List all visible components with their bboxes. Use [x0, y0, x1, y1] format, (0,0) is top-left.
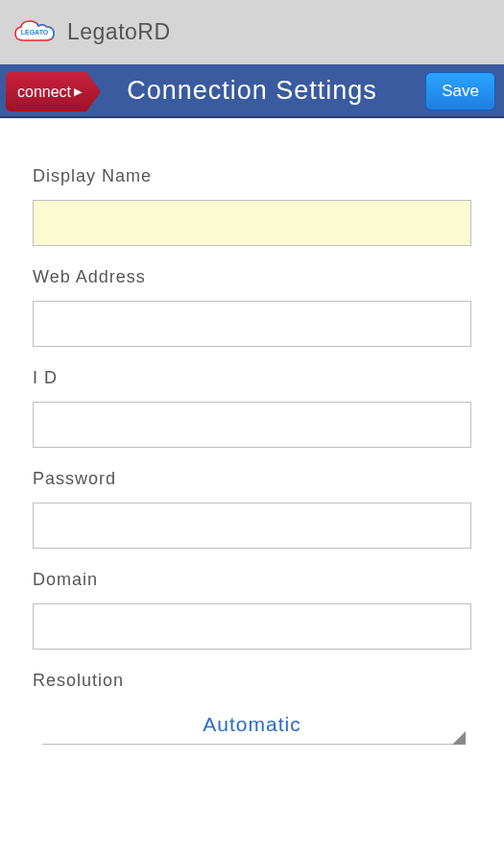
svg-text:LEGATO: LEGATO: [21, 29, 49, 36]
field-domain: Domain: [33, 570, 471, 650]
field-password: Password: [33, 469, 471, 549]
field-web-address: Web Address: [33, 267, 471, 347]
password-input[interactable]: [33, 503, 471, 549]
legato-cloud-icon: LEGATO: [12, 17, 60, 48]
web-address-label: Web Address: [33, 267, 471, 287]
settings-form: Display Name Web Address I D Password Do…: [0, 118, 504, 745]
field-resolution: Resolution Automatic: [33, 671, 471, 745]
resolution-value: Automatic: [203, 713, 300, 736]
field-id: I D: [33, 368, 471, 448]
chevron-right-icon: ▶: [74, 86, 82, 98]
status-bar: LEGATO LegatoRD: [0, 0, 504, 64]
save-button[interactable]: Save: [425, 72, 495, 110]
app-title: LegatoRD: [67, 19, 171, 45]
display-name-label: Display Name: [33, 166, 471, 186]
display-name-input[interactable]: [33, 200, 471, 246]
header-bar: connect ▶ Connection Settings Save: [0, 64, 504, 118]
domain-input[interactable]: [33, 603, 471, 650]
web-address-input[interactable]: [33, 301, 471, 347]
dropdown-caret-icon: [452, 731, 466, 745]
id-label: I D: [33, 368, 471, 388]
app-logo: LEGATO LegatoRD: [12, 17, 171, 48]
domain-label: Domain: [33, 570, 471, 590]
field-display-name: Display Name: [33, 166, 471, 246]
resolution-picker[interactable]: Automatic: [42, 704, 462, 745]
password-label: Password: [33, 469, 471, 489]
connect-label: connect: [17, 84, 71, 101]
id-input[interactable]: [33, 402, 471, 448]
connect-button[interactable]: connect ▶: [6, 72, 101, 111]
resolution-label: Resolution: [33, 671, 471, 691]
